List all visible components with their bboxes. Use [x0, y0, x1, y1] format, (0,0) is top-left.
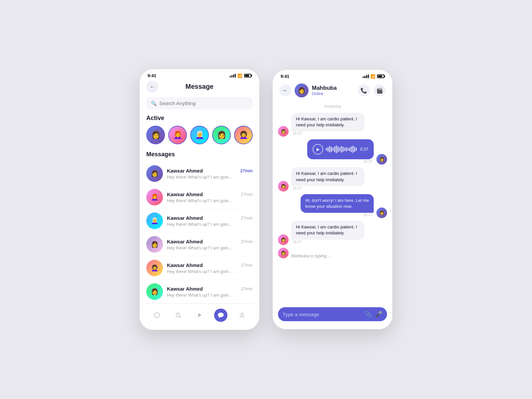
msg-name-row: Kawsar Ahmed 27min	[167, 239, 253, 244]
msg-info: Kawsar Ahmed 27min Hey there! What's up?…	[167, 168, 253, 180]
play-button[interactable]: ▶	[313, 144, 323, 155]
voice-bubble[interactable]: ▶ 0:37	[307, 139, 374, 159]
svg-point-4	[218, 313, 223, 317]
wave-bar	[351, 146, 352, 152]
svg-point-1	[176, 313, 180, 317]
chat-user-status: Online	[312, 91, 354, 96]
wave-bar	[346, 147, 347, 152]
received-time: 18:27	[291, 186, 364, 192]
msg-name-row: Kawsar Ahmed 27min	[167, 286, 253, 292]
play-nav[interactable]	[193, 309, 206, 322]
msg-preview: Hey there! What's up? I am going....	[167, 222, 233, 227]
msg-sender-name: Kawsar Ahmed	[167, 239, 203, 244]
wave-bar	[352, 146, 353, 153]
search-bar[interactable]: 🔍	[146, 97, 253, 109]
voice-time: 18:27	[307, 159, 374, 165]
active-user-avatar[interactable]: 👩‍🦰	[168, 126, 187, 144]
received-avatar: 👩	[278, 234, 289, 245]
list-item[interactable]: 👩 Kawsar Ahmed 27min Hey there! What's u…	[146, 280, 253, 304]
msg-time: 27min	[241, 192, 253, 197]
msg-sender-name: Kawsar Ahmed	[167, 262, 203, 268]
voice-bubble-group: ▶ 0:37 18:27	[307, 139, 374, 165]
list-item[interactable]: 👩‍🦱 Kawsar Ahmed 27min Hey there! What's…	[146, 256, 253, 280]
wave-bar	[344, 148, 345, 151]
wave-bar	[356, 148, 357, 151]
received-time: 18:27	[291, 240, 364, 245]
wave-bar	[337, 146, 338, 152]
msg-sender-name: Kawsar Ahmed	[167, 192, 203, 197]
message-input[interactable]	[283, 312, 361, 317]
active-user-avatar[interactable]: 👩	[146, 126, 165, 144]
chat-input-area[interactable]: 📎 🎤	[278, 307, 387, 321]
msg-preview: Hey there! What's up? I am going....	[167, 293, 233, 298]
chat-user-avatar: 👩	[295, 83, 309, 97]
call-button[interactable]: 📞	[358, 84, 370, 96]
messages-section-title: Messages	[140, 151, 259, 162]
time-1: 9:41	[148, 73, 156, 78]
wave-bar	[354, 147, 355, 152]
active-user-avatar[interactable]: 👩‍🦱	[234, 126, 253, 144]
msg-preview: Hey there! What's up? I am going....	[167, 198, 233, 203]
status-icons-1: 📶	[230, 73, 251, 78]
msg-avatar: 👩	[146, 236, 163, 253]
msg-time: 27min	[241, 263, 253, 268]
voice-duration: 0:37	[360, 146, 368, 152]
list-item[interactable]: 👩‍🦳 Kawsar Ahmed 27min Hey there! What's…	[146, 209, 253, 233]
signal-icon-2	[363, 74, 369, 78]
svg-point-5	[241, 313, 243, 316]
waveform	[326, 145, 357, 153]
voice-sender-avatar: 👩	[376, 154, 387, 165]
active-user-avatar[interactable]: 👩	[212, 126, 231, 144]
battery-icon	[244, 74, 251, 77]
chat-back-button[interactable]: ←	[279, 84, 291, 96]
bottom-nav	[140, 304, 259, 330]
typing-text: Mahbuba is typing....	[291, 253, 331, 258]
chat-header: ← 👩 Mahbuba Online 📞 🎬	[273, 81, 392, 101]
wave-bar	[332, 148, 333, 151]
list-item[interactable]: 👩‍🦰 Kawsar Ahmed 27min Hey there! What's…	[146, 186, 253, 209]
msg-avatar: 👩‍🦳	[146, 212, 163, 229]
list-item[interactable]: 👩 Kawsar Ahmed 27min Hey there! What's u…	[146, 233, 253, 256]
chat-nav[interactable]	[214, 309, 227, 322]
video-call-button[interactable]: 🎬	[374, 84, 386, 96]
search-nav[interactable]	[172, 309, 185, 322]
msg-name-row: Kawsar Ahmed 27min	[167, 262, 253, 268]
messages-header: ← Message	[140, 80, 259, 94]
msg-info: Kawsar Ahmed 27min Hey there! What's up?…	[167, 192, 253, 203]
msg-name-row: Kawsar Ahmed 27min	[167, 192, 253, 197]
list-item[interactable]: 👩 Kawsar Ahmed 27min Hey there! What's u…	[146, 162, 253, 186]
wave-bar	[342, 147, 343, 152]
phone-messages-list: 9:41 📶 ← Message 🔍 Active 👩👩‍🦰👩‍🦳👩👩‍🦱 Me…	[140, 69, 259, 330]
msg-avatar: 👩	[146, 283, 163, 300]
active-users-list: 👩👩‍🦰👩‍🦳👩👩‍🦱	[140, 126, 259, 151]
received-bubble-group: Hi Kawsar, I am cardio patient. I need y…	[291, 113, 364, 137]
svg-marker-0	[154, 313, 160, 318]
received-bubble-group: Hi Kawsar, I am cardio patient. I need y…	[291, 221, 364, 245]
messages-list: 👩 Kawsar Ahmed 27min Hey there! What's u…	[140, 162, 259, 304]
home-nav[interactable]	[150, 309, 164, 322]
active-user-avatar[interactable]: 👩‍🦳	[190, 126, 209, 144]
received-message: 👩 Hi Kawsar, I am cardio patient. I need…	[278, 221, 387, 245]
chat-actions: 📞 🎬	[358, 84, 386, 96]
phone-chat: 9:41 📶 ← 👩 Mahbuba Online 📞 🎬 Yesterday …	[273, 70, 392, 329]
sent-bubble: Hi, don't worry! I am here. Let me know …	[301, 194, 374, 213]
attach-icon[interactable]: 📎	[364, 311, 372, 318]
profile-nav[interactable]	[235, 309, 249, 322]
signal-icon	[230, 74, 236, 77]
search-icon: 🔍	[151, 101, 157, 106]
msg-info: Kawsar Ahmed 27min Hey there! What's up?…	[167, 239, 253, 250]
sent-time: 18:27	[301, 213, 374, 218]
msg-sender-name: Kawsar Ahmed	[167, 168, 203, 174]
page-title: Message	[186, 83, 214, 90]
msg-preview: Hey there! What's up? I am going....	[167, 269, 233, 274]
status-bar-2: 9:41 📶	[273, 70, 392, 81]
mic-icon[interactable]: 🎤	[375, 311, 382, 318]
back-button[interactable]: ←	[146, 81, 158, 93]
wave-bar	[326, 148, 327, 151]
msg-time: 27min	[241, 286, 253, 291]
search-input[interactable]	[159, 100, 248, 106]
msg-avatar: 👩‍🦱	[146, 260, 163, 276]
wave-bar	[339, 147, 340, 151]
sent-bubble-group: Hi, don't worry! I am here. Let me know …	[301, 194, 374, 218]
msg-sender-name: Kawsar Ahmed	[167, 286, 203, 292]
